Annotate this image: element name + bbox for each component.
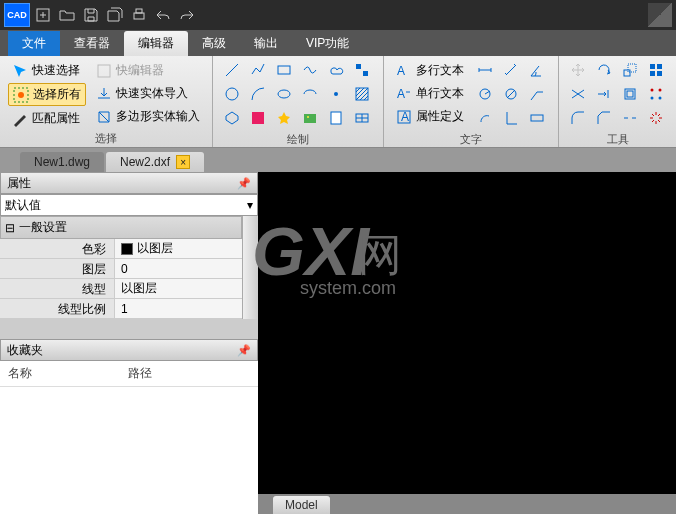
star-icon[interactable] <box>273 108 295 128</box>
svg-rect-25 <box>624 70 630 76</box>
menu-viewer[interactable]: 查看器 <box>60 31 124 56</box>
menu-advanced[interactable]: 高级 <box>188 31 240 56</box>
singleline-text-button[interactable]: A单行文本 <box>392 83 468 104</box>
prop-row-linetype[interactable]: 线型 以图层 <box>0 279 242 299</box>
properties-header[interactable]: 属性 📌 <box>0 172 258 194</box>
open-icon[interactable] <box>56 4 78 26</box>
svg-point-10 <box>278 90 290 98</box>
mirror-icon[interactable] <box>645 60 667 80</box>
point-icon[interactable] <box>325 84 347 104</box>
menu-output[interactable]: 输出 <box>240 31 292 56</box>
svg-point-11 <box>334 92 338 96</box>
svg-point-35 <box>651 97 654 100</box>
dim-linear-icon[interactable] <box>474 60 496 80</box>
spline-icon[interactable] <box>299 60 321 80</box>
doctab-new1[interactable]: New1.dwg <box>20 152 104 172</box>
quick-import-button[interactable]: 快速实体导入 <box>92 83 204 104</box>
saveall-icon[interactable] <box>104 4 126 26</box>
select-all-button[interactable]: 选择所有 <box>8 83 86 106</box>
svg-text:A: A <box>397 64 405 78</box>
pdf-icon[interactable] <box>325 108 347 128</box>
dim-ord-icon[interactable] <box>500 108 522 128</box>
pin-icon[interactable]: 📌 <box>237 177 251 190</box>
new-icon[interactable] <box>32 4 54 26</box>
prop-value[interactable]: 以图层 <box>115 239 242 258</box>
dim-radius-icon[interactable] <box>474 84 496 104</box>
quick-editor-button[interactable]: 快编辑器 <box>92 60 204 81</box>
print-icon[interactable] <box>128 4 150 26</box>
singleline-text-label: 单行文本 <box>416 85 464 102</box>
drawing-canvas[interactable]: GXI 网 system.com Model <box>258 172 676 514</box>
prop-value[interactable]: 0 <box>115 259 242 278</box>
menu-editor[interactable]: 编辑器 <box>124 31 188 56</box>
fillet-icon[interactable] <box>567 108 589 128</box>
ellipse-icon[interactable] <box>273 84 295 104</box>
block-icon[interactable] <box>351 60 373 80</box>
model-tab[interactable]: Model <box>272 495 331 514</box>
redo-icon[interactable] <box>176 4 198 26</box>
hatch2-icon[interactable] <box>351 84 373 104</box>
match-props-button[interactable]: 匹配属性 <box>8 108 86 129</box>
svg-point-4 <box>18 92 24 98</box>
circle-icon[interactable] <box>221 84 243 104</box>
chamfer-icon[interactable] <box>593 108 615 128</box>
menu-vip[interactable]: VIP功能 <box>292 31 363 56</box>
array-icon[interactable] <box>645 84 667 104</box>
prop-key: 线型 <box>0 279 115 298</box>
pin-icon[interactable]: 📌 <box>237 344 251 357</box>
rotate-icon[interactable] <box>593 60 615 80</box>
dim-angle-icon[interactable] <box>526 60 548 80</box>
prop-row-color[interactable]: 色彩 以图层 <box>0 239 242 259</box>
hatch-icon[interactable] <box>247 108 269 128</box>
dim-arc-icon[interactable] <box>474 108 496 128</box>
dim-leader-icon[interactable] <box>526 84 548 104</box>
fav-col-path[interactable]: 路径 <box>128 365 152 382</box>
collapse-icon[interactable]: ⊟ <box>5 221 15 235</box>
doctab-label: New1.dwg <box>34 155 90 169</box>
dim-tol-icon[interactable] <box>526 108 548 128</box>
prop-key: 图层 <box>0 259 115 278</box>
trim-icon[interactable] <box>567 84 589 104</box>
undo-icon[interactable] <box>152 4 174 26</box>
image-icon[interactable] <box>299 108 321 128</box>
polyline-icon[interactable] <box>247 60 269 80</box>
favorites-body <box>0 387 258 514</box>
arc-icon[interactable] <box>247 84 269 104</box>
properties-dropdown[interactable]: 默认值 ▾ <box>0 194 258 216</box>
move-icon[interactable] <box>567 60 589 80</box>
break-icon[interactable] <box>619 108 641 128</box>
rect-icon[interactable] <box>273 60 295 80</box>
prop-value[interactable]: 1 <box>115 299 242 318</box>
close-tab-icon[interactable]: × <box>176 155 190 169</box>
scale-icon[interactable] <box>619 60 641 80</box>
svg-rect-1 <box>134 13 144 19</box>
polygon-icon[interactable] <box>221 108 243 128</box>
offset-icon[interactable] <box>619 84 641 104</box>
cloud-icon[interactable] <box>325 60 347 80</box>
prop-row-linescale[interactable]: 线型比例 1 <box>0 299 242 319</box>
explode-icon[interactable] <box>645 108 667 128</box>
dim-aligned-icon[interactable] <box>500 60 522 80</box>
properties-group-general[interactable]: ⊟ 一般设置 <box>0 216 242 239</box>
attr-def-button[interactable]: A属性定义 <box>392 106 468 127</box>
multiline-text-button[interactable]: A多行文本 <box>392 60 468 81</box>
prop-value[interactable]: 以图层 <box>115 279 242 298</box>
ellipse-arc-icon[interactable] <box>299 84 321 104</box>
svg-rect-24 <box>531 115 543 121</box>
menu-file[interactable]: 文件 <box>8 31 60 56</box>
quick-select-button[interactable]: 快速选择 <box>8 60 86 81</box>
fav-col-name[interactable]: 名称 <box>8 365 128 382</box>
dim-diameter-icon[interactable] <box>500 84 522 104</box>
doctab-new2[interactable]: New2.dxf × <box>106 152 204 172</box>
table-icon[interactable] <box>351 108 373 128</box>
save-icon[interactable] <box>80 4 102 26</box>
svg-rect-16 <box>331 112 341 124</box>
select-all-label: 选择所有 <box>33 86 81 103</box>
poly-import-button[interactable]: 多边形实体输入 <box>92 106 204 127</box>
line-icon[interactable] <box>221 60 243 80</box>
favorites-header[interactable]: 收藏夹 📌 <box>0 339 258 361</box>
match-props-label: 匹配属性 <box>32 110 80 127</box>
extend-icon[interactable] <box>593 84 615 104</box>
prop-row-layer[interactable]: 图层 0 <box>0 259 242 279</box>
ribbon-tools-label: 工具 <box>567 130 669 147</box>
